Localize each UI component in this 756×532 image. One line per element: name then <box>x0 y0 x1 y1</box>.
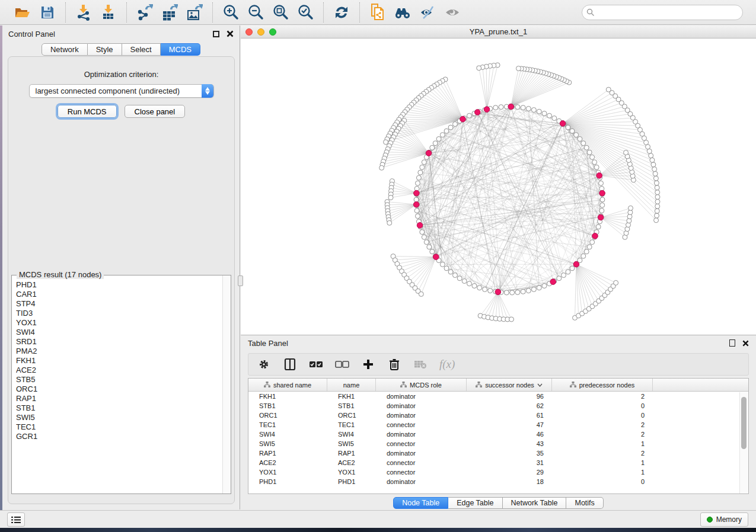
leaf-node[interactable] <box>516 66 521 71</box>
network-node[interactable] <box>584 249 589 254</box>
column-header-MCDS-role[interactable]: MCDS role <box>376 379 467 391</box>
network-node[interactable] <box>430 249 435 254</box>
network-node[interactable] <box>422 160 426 165</box>
network-node[interactable] <box>448 270 453 274</box>
leaf-node[interactable] <box>655 199 660 204</box>
network-node[interactable] <box>578 137 582 142</box>
leaf-node[interactable] <box>606 87 611 92</box>
leaf-node[interactable] <box>384 140 388 145</box>
network-node[interactable] <box>467 113 471 118</box>
network-node[interactable] <box>420 230 425 235</box>
table-scrollbar-thumb[interactable] <box>741 397 747 449</box>
mcds-result-item[interactable]: FKH1 <box>16 356 222 366</box>
network-node[interactable] <box>570 129 575 133</box>
network-node[interactable] <box>433 141 438 146</box>
function-builder-button[interactable]: f(x) <box>439 358 455 371</box>
table-row[interactable]: PHD1PHD1dominator180 <box>248 477 748 486</box>
leaf-node[interactable] <box>646 145 650 149</box>
optimization-criterion-select[interactable]: largest connected component (undirected) <box>29 84 214 98</box>
network-node[interactable] <box>531 108 536 113</box>
leaf-node[interactable] <box>379 165 384 170</box>
leaf-node[interactable] <box>654 181 659 185</box>
network-node[interactable] <box>488 289 493 293</box>
network-node[interactable] <box>452 121 457 126</box>
network-window-titlebar[interactable]: YPA_prune.txt_1 <box>241 25 756 39</box>
save-session-button[interactable] <box>37 2 58 23</box>
table-row[interactable]: SWI4SWI4dominator462 <box>248 430 748 439</box>
leaf-node[interactable] <box>653 171 658 176</box>
network-node[interactable] <box>472 283 477 288</box>
tab-motifs[interactable]: Motifs <box>566 497 603 509</box>
export-table-button[interactable] <box>159 2 180 23</box>
mcds-hub-node[interactable] <box>573 261 579 267</box>
column-header-shared-name[interactable]: shared name <box>248 379 327 391</box>
table-row[interactable]: YOX1YOX1connector291 <box>248 467 748 477</box>
leaf-node[interactable] <box>651 162 656 167</box>
mcds-result-item[interactable]: PMA2 <box>16 347 222 356</box>
delete-column-button[interactable] <box>387 357 401 371</box>
network-node[interactable] <box>599 209 604 213</box>
network-node[interactable] <box>424 240 429 245</box>
leaf-node[interactable] <box>388 196 393 200</box>
mcds-result-list[interactable]: PHD1CAR1STP4TID3YOX1SWI4SRD1PMA2FKH1ACE2… <box>16 280 222 492</box>
mcds-result-item[interactable]: STB1 <box>16 403 222 413</box>
tab-style[interactable]: Style <box>88 43 122 56</box>
network-node[interactable] <box>566 270 570 274</box>
mcds-result-item[interactable]: STB5 <box>16 375 222 384</box>
leaf-node[interactable] <box>655 185 659 190</box>
export-network-button[interactable] <box>134 2 155 23</box>
network-node[interactable] <box>521 289 525 294</box>
float-panel-icon[interactable] <box>213 31 219 37</box>
leaf-node[interactable] <box>655 194 660 199</box>
network-node[interactable] <box>566 125 570 130</box>
mcds-hub-node[interactable] <box>475 110 481 116</box>
result-scrollbar[interactable] <box>222 275 231 493</box>
mcds-hub-node[interactable] <box>592 233 598 239</box>
leaf-node[interactable] <box>653 176 658 181</box>
network-node[interactable] <box>584 145 589 150</box>
mcds-result-item[interactable]: SWI5 <box>16 413 222 422</box>
column-header-successor-nodes[interactable]: successor nodes <box>467 379 552 391</box>
network-node[interactable] <box>587 245 592 249</box>
close-panel-button[interactable]: Close panel <box>125 105 186 118</box>
table-scrollbar[interactable] <box>739 392 748 493</box>
leaf-node[interactable] <box>655 213 659 218</box>
zoom-fit-button[interactable] <box>270 2 291 23</box>
leaf-node[interactable] <box>509 317 514 322</box>
leaf-node[interactable] <box>477 66 481 70</box>
network-node[interactable] <box>477 286 482 290</box>
leaf-node[interactable] <box>655 204 660 209</box>
find-button[interactable] <box>392 2 413 23</box>
mcds-result-item[interactable]: SRD1 <box>16 337 222 347</box>
show-columns-button[interactable] <box>283 357 297 371</box>
mcds-result-item[interactable]: RAP1 <box>16 394 222 403</box>
zoom-in-button[interactable] <box>220 2 241 23</box>
table-row[interactable]: ACE2ACE2connector311 <box>248 458 748 467</box>
tab-node-table[interactable]: Node Table <box>393 497 448 509</box>
leaf-node[interactable] <box>654 218 659 223</box>
table-settings-button[interactable] <box>257 357 271 371</box>
deselect-all-rows-button[interactable] <box>335 357 349 371</box>
import-network-button[interactable] <box>73 2 94 23</box>
mcds-result-item[interactable]: ORC1 <box>16 384 222 394</box>
run-mcds-button[interactable]: Run MCDS <box>58 105 117 118</box>
network-node[interactable] <box>592 160 597 165</box>
network-node[interactable] <box>542 283 547 288</box>
network-node[interactable] <box>436 137 441 142</box>
table-row[interactable]: ORC1ORC1dominator610 <box>248 411 748 420</box>
import-table-button[interactable] <box>98 2 119 23</box>
tab-mcds[interactable]: MCDS <box>161 43 200 56</box>
table-row[interactable]: STB1STB1dominator620 <box>248 401 748 411</box>
leaf-node[interactable] <box>614 280 618 285</box>
task-history-button[interactable] <box>7 512 25 527</box>
mcds-hub-node[interactable] <box>417 222 423 228</box>
network-node[interactable] <box>600 197 605 202</box>
network-node[interactable] <box>526 289 531 293</box>
leaf-node[interactable] <box>387 220 392 225</box>
mcds-hub-node[interactable] <box>508 104 514 110</box>
network-node[interactable] <box>427 245 432 249</box>
network-node[interactable] <box>562 273 566 278</box>
mcds-result-item[interactable]: SWI4 <box>16 328 222 337</box>
column-header-predecessor-nodes[interactable]: predecessor nodes <box>552 379 653 391</box>
memory-button[interactable]: Memory <box>700 512 748 527</box>
